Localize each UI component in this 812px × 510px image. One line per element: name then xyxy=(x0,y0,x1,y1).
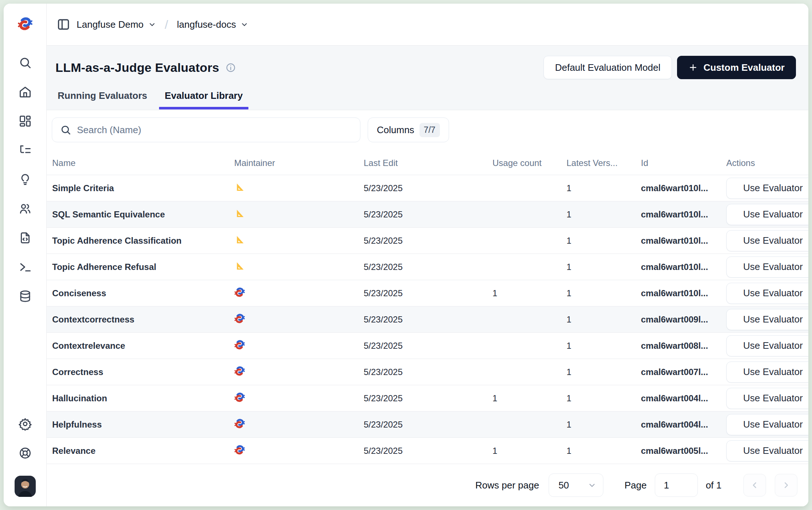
maintainer-cell xyxy=(234,234,364,247)
use-evaluator-button[interactable]: Use Evaluator xyxy=(726,335,808,356)
info-icon[interactable] xyxy=(226,63,236,73)
last-edit-cell: 5/23/2025 xyxy=(364,446,492,456)
user-avatar[interactable] xyxy=(15,476,36,497)
table-row[interactable]: Relevance 5/23/2025 1 1 cmal6wart005l...… xyxy=(47,438,808,464)
table-row[interactable]: Contextcorrectness 5/23/2025 1 cmal6wart… xyxy=(47,306,808,333)
table-row[interactable]: Correctness 5/23/2025 1 cmal6wart007l...… xyxy=(47,359,808,385)
langfuse-maintainer-icon xyxy=(234,444,245,455)
langfuse-maintainer-icon xyxy=(234,366,245,376)
use-evaluator-button[interactable]: Use Evaluator xyxy=(726,388,808,409)
table-row[interactable]: Hallucination 5/23/2025 1 1 cmal6wart004… xyxy=(47,385,808,412)
use-evaluator-button[interactable]: Use Evaluator xyxy=(726,256,808,278)
evaluator-name: Contextcorrectness xyxy=(47,314,234,325)
table-toolbar: Columns 7/7 xyxy=(52,117,808,142)
home-icon[interactable] xyxy=(19,85,32,98)
settings-gear-icon[interactable] xyxy=(19,417,32,430)
col-maintainer: Maintainer xyxy=(234,158,364,168)
next-page-button[interactable] xyxy=(775,474,797,497)
table-row[interactable]: Conciseness 5/23/2025 1 1 cmal6wart010l.… xyxy=(47,280,808,306)
search-box[interactable] xyxy=(52,117,360,142)
use-evaluator-button[interactable]: Use Evaluator xyxy=(726,283,808,304)
rows-per-page-select[interactable]: 50 xyxy=(549,474,603,497)
evaluator-name: Correctness xyxy=(47,367,234,377)
latest-version-cell: 1 xyxy=(567,236,641,246)
chevron-down-icon xyxy=(148,20,156,28)
table-row[interactable]: Contextrelevance 5/23/2025 1 cmal6wart00… xyxy=(47,333,808,359)
evaluators-table: Name Maintainer Last Edit Usage count La… xyxy=(47,151,808,464)
search-input[interactable] xyxy=(77,124,352,136)
ragas-maintainer-icon xyxy=(234,208,245,219)
last-edit-cell: 5/23/2025 xyxy=(364,420,492,430)
ragas-maintainer-icon xyxy=(234,182,245,193)
evaluator-name: Helpfulness xyxy=(47,420,234,430)
maintainer-cell xyxy=(234,392,364,405)
terminal-icon[interactable] xyxy=(19,260,32,274)
columns-count-badge: 7/7 xyxy=(419,123,440,137)
evaluator-id-cell: cmal6wart010l... xyxy=(641,288,726,298)
last-edit-cell: 5/23/2025 xyxy=(364,367,492,377)
chevron-left-icon xyxy=(750,480,759,490)
evaluator-id-cell: cmal6wart010l... xyxy=(641,236,726,246)
use-evaluator-button[interactable]: Use Evaluator xyxy=(726,178,808,199)
langfuse-maintainer-icon xyxy=(234,339,245,350)
custom-evaluator-button[interactable]: Custom Evaluator xyxy=(677,56,796,79)
use-evaluator-button[interactable]: Use Evaluator xyxy=(726,362,808,383)
project-switcher[interactable]: langfuse-docs xyxy=(177,19,248,30)
usage-count-cell: 1 xyxy=(492,393,567,403)
table-row[interactable]: Helpfulness 5/23/2025 1 cmal6wart004l...… xyxy=(47,412,808,438)
default-evaluation-model-button[interactable]: Default Evaluation Model xyxy=(544,56,672,79)
database-icon[interactable] xyxy=(19,290,32,303)
table-row[interactable]: SQL Semantic Equivalence 5/23/2025 1 cma… xyxy=(47,201,808,228)
main-area: Langfuse Demo / langfuse-docs LLM-as-a-J… xyxy=(47,4,808,506)
latest-version-cell: 1 xyxy=(567,393,641,403)
ragas-maintainer-icon xyxy=(234,260,245,271)
pagination-footer: Rows per page 50 Page of 1 xyxy=(47,464,808,506)
search-icon[interactable] xyxy=(19,56,32,69)
tab-running-evaluators[interactable]: Running Evaluators xyxy=(55,90,150,109)
col-id: Id xyxy=(641,158,726,168)
last-edit-cell: 5/23/2025 xyxy=(364,314,492,325)
org-switcher[interactable]: Langfuse Demo xyxy=(77,19,156,30)
maintainer-cell xyxy=(234,444,364,457)
col-latest-version: Latest Vers... xyxy=(567,158,641,168)
use-evaluator-button[interactable]: Use Evaluator xyxy=(726,414,808,435)
col-usage-count: Usage count xyxy=(492,158,567,168)
columns-button[interactable]: Columns 7/7 xyxy=(368,117,449,142)
last-edit-cell: 5/23/2025 xyxy=(364,262,492,272)
lightbulb-icon[interactable] xyxy=(19,173,32,186)
tracing-tree-icon[interactable] xyxy=(19,144,32,157)
previous-page-button[interactable] xyxy=(743,474,766,497)
use-evaluator-button[interactable]: Use Evaluator xyxy=(726,230,808,251)
evaluator-id-cell: cmal6wart004l... xyxy=(641,420,726,430)
table-body: Simple Criteria 5/23/2025 1 cmal6wart010… xyxy=(47,175,808,464)
maintainer-cell xyxy=(234,182,364,195)
dashboard-icon[interactable] xyxy=(19,115,32,128)
table-row[interactable]: Topic Adherence Refusal 5/23/2025 1 cmal… xyxy=(47,254,808,280)
page-total-label: of 1 xyxy=(706,480,722,491)
tab-evaluator-library[interactable]: Evaluator Library xyxy=(163,90,245,109)
maintainer-cell xyxy=(234,418,364,431)
table-row[interactable]: Topic Adherence Classification 5/23/2025… xyxy=(47,228,808,254)
evaluator-id-cell: cmal6wart010l... xyxy=(641,209,726,220)
use-evaluator-button[interactable]: Use Evaluator xyxy=(726,440,808,461)
breadcrumb-bar: Langfuse Demo / langfuse-docs xyxy=(47,4,808,46)
page-title: LLM-as-a-Judge Evaluators xyxy=(55,61,219,75)
latest-version-cell: 1 xyxy=(567,446,641,456)
support-lifebuoy-icon[interactable] xyxy=(19,447,32,460)
table-row[interactable]: Simple Criteria 5/23/2025 1 cmal6wart010… xyxy=(47,175,808,201)
last-edit-cell: 5/23/2025 xyxy=(364,288,492,298)
users-icon[interactable] xyxy=(19,202,32,215)
toggle-sidebar-icon[interactable] xyxy=(57,18,70,31)
evaluator-id-cell: cmal6wart009l... xyxy=(641,314,726,325)
evaluator-name: Simple Criteria xyxy=(47,183,234,193)
latest-version-cell: 1 xyxy=(567,341,641,351)
maintainer-cell xyxy=(234,287,364,300)
page-header: LLM-as-a-Judge Evaluators Default Evalua… xyxy=(47,46,808,110)
evaluator-id-cell: cmal6wart008l... xyxy=(641,341,726,351)
page-number-input[interactable] xyxy=(655,474,698,497)
evaluator-name: Topic Adherence Classification xyxy=(47,236,234,246)
latest-version-cell: 1 xyxy=(567,314,641,325)
code-file-icon[interactable] xyxy=(19,231,32,244)
use-evaluator-button[interactable]: Use Evaluator xyxy=(726,309,808,330)
use-evaluator-button[interactable]: Use Evaluator xyxy=(726,204,808,225)
